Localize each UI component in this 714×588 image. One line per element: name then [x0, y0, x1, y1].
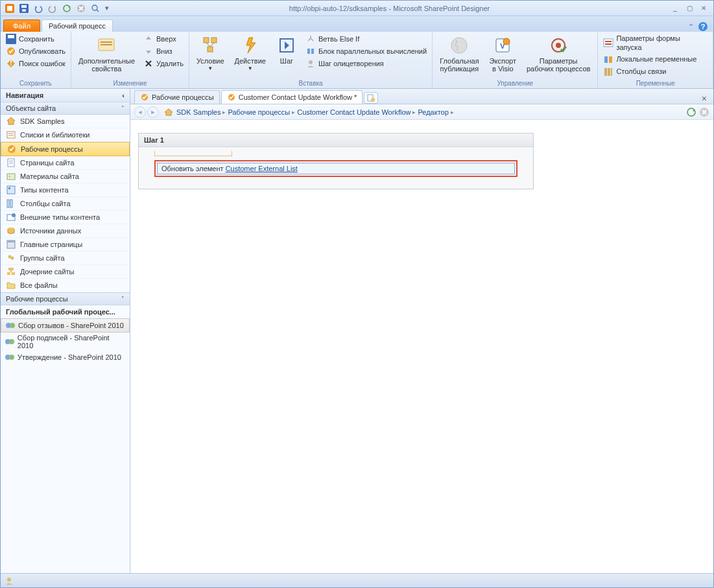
svg-rect-35	[605, 41, 612, 42]
nav-item-assets[interactable]: Материалы сайта	[1, 170, 130, 183]
nav-item-group[interactable]: Группы сайта	[1, 252, 130, 265]
assoc-columns-button[interactable]: Столбцы связи	[602, 66, 709, 78]
nav-item-page[interactable]: Страницы сайта	[1, 156, 130, 170]
ctype-icon	[6, 185, 16, 195]
nav-item-wf[interactable]: Рабочие процессы	[1, 142, 130, 156]
check-errors-button[interactable]: !Поиск ошибок	[5, 58, 67, 69]
new-tab-button[interactable]	[364, 92, 378, 104]
save-icon[interactable]	[18, 2, 30, 15]
nav-item-folder[interactable]: Все файлы	[1, 279, 130, 292]
close-tab-button[interactable]: ×	[699, 93, 709, 104]
parallel-block-button[interactable]: Блок параллельных вычислений	[304, 45, 428, 57]
step-title[interactable]: Шаг 1	[139, 134, 533, 147]
chevron-up-icon[interactable]: ˄	[121, 296, 125, 302]
nav-item-ds[interactable]: Источники данных	[1, 224, 130, 238]
nav-header[interactable]: Навигация‹	[1, 89, 130, 102]
file-tab[interactable]: Файл	[3, 19, 40, 32]
nav-item-label: Страницы сайта	[20, 159, 75, 167]
delete-button[interactable]: Удалить	[142, 58, 185, 69]
svg-line-23	[210, 43, 214, 47]
condition-button[interactable]: Условие▼	[193, 33, 228, 74]
undo-icon[interactable]	[32, 2, 45, 15]
nav-item-ctype[interactable]: Типы контента	[1, 183, 130, 197]
workflow-canvas[interactable]: Шаг 1 Обновить элемент Customer External…	[130, 120, 713, 573]
insert-marker[interactable]	[154, 151, 232, 156]
workflow-step[interactable]: Шаг 1 Обновить элемент Customer External…	[138, 133, 534, 189]
save-button[interactable]: Сохранить	[5, 33, 67, 45]
svg-rect-26	[311, 49, 314, 54]
new-doc-icon	[367, 94, 375, 102]
nav-item-label: Внешние типы контента	[20, 213, 100, 221]
refresh-icon[interactable]	[60, 2, 73, 15]
svg-point-33	[556, 43, 561, 48]
svg-point-69	[9, 339, 14, 344]
nav-item-label: Главные страницы	[20, 241, 82, 248]
app-icon[interactable]	[3, 2, 16, 15]
zoom-icon[interactable]	[89, 2, 102, 15]
form-params-button[interactable]: Параметры формы запуска	[602, 33, 709, 53]
ribbon-group-edit: Дополнительные свойства Вверх Вниз Удали…	[71, 32, 189, 88]
refresh-breadcrumb-icon[interactable]	[686, 107, 696, 117]
breadcrumb-item[interactable]: SDK Samples	[174, 108, 222, 116]
impersonation-step-button[interactable]: Шаг олицетворения	[304, 58, 428, 69]
svg-rect-47	[9, 161, 13, 161]
workflow-params-button[interactable]: Параметры рабочих процессов	[523, 33, 593, 75]
navigation-pane: Навигация‹ Объекты сайта˄ SDK SamplesСпи…	[1, 89, 130, 573]
stop-icon[interactable]	[75, 2, 88, 15]
workflow-list-item[interactable]: Утверждение - SharePoint 2010	[1, 351, 130, 364]
publish-button[interactable]: Опубликовать	[5, 45, 67, 57]
workflow-list-item[interactable]: Сбор подписей - SharePoint 2010	[1, 333, 130, 351]
step-icon	[276, 35, 297, 56]
home-icon[interactable]	[164, 108, 173, 117]
qat-more-icon[interactable]: ▾	[103, 2, 111, 15]
ribbon-group-save: Сохранить Опубликовать !Поиск ошибок Сох…	[1, 32, 71, 88]
svg-point-7	[92, 5, 97, 10]
action-link[interactable]: Customer External List	[226, 165, 298, 172]
doc-tab[interactable]: Рабочие процессы	[134, 90, 220, 104]
global-publish-button[interactable]: Глобальная публикация	[436, 33, 482, 75]
local-vars-button[interactable]: Локальные переменные	[602, 54, 709, 65]
chevron-up-icon[interactable]: ˄	[121, 105, 125, 112]
stop-breadcrumb-icon[interactable]	[699, 107, 709, 117]
action-button[interactable]: Действие▼	[232, 33, 269, 74]
nav-item-sub[interactable]: Дочерние сайты	[1, 265, 130, 279]
breadcrumb-item[interactable]: Редактор	[416, 108, 450, 116]
nav-item-home[interactable]: SDK Samples	[1, 115, 130, 128]
step-button[interactable]: Шаг	[273, 33, 300, 67]
workflow-list-item[interactable]: Сбор отзывов - SharePoint 2010	[1, 318, 130, 333]
workflows-section-header[interactable]: Рабочие процессы˄	[1, 292, 130, 305]
svg-rect-59	[7, 241, 15, 242]
forward-button[interactable]: ►	[147, 106, 159, 118]
export-visio-button[interactable]: VЭкспорт в Visio	[486, 33, 519, 75]
nav-item-col[interactable]: Столбцы сайта	[1, 197, 130, 211]
nav-item-list[interactable]: Списки и библиотеки	[1, 128, 130, 142]
collapse-icon[interactable]: ‹	[122, 91, 125, 99]
back-button[interactable]: ◄	[134, 106, 146, 118]
title-bar: ▾ http://obpi-auto-12/sdksamples - Micro…	[1, 1, 713, 16]
minimize-button[interactable]: ⎯	[669, 4, 681, 13]
nav-item-master[interactable]: Главные страницы	[1, 238, 130, 252]
move-down-button[interactable]: Вниз	[142, 45, 185, 57]
breadcrumb-item[interactable]: Рабочие процессы	[226, 108, 292, 116]
advanced-props-button[interactable]: Дополнительные свойства	[75, 33, 138, 75]
master-icon	[6, 239, 16, 250]
tab-workflow[interactable]: Рабочий процесс	[42, 19, 113, 32]
doc-tab[interactable]: Customer Contact Update Workflow *	[221, 90, 363, 104]
maximize-button[interactable]: ▢	[684, 4, 695, 13]
help-icon[interactable]: ?	[698, 21, 708, 32]
nav-item-ext[interactable]: Внешние типы контента	[1, 211, 130, 224]
site-objects-header[interactable]: Объекты сайта˄	[1, 102, 130, 115]
redo-icon[interactable]	[46, 2, 59, 15]
svg-point-50	[9, 176, 11, 178]
workflow-action[interactable]: Обновить элемент Customer External List	[154, 160, 518, 177]
elseif-button[interactable]: Ветвь Else If	[304, 33, 428, 45]
collapse-ribbon-icon[interactable]: ⌃	[688, 23, 694, 31]
vars-icon	[603, 54, 613, 65]
breadcrumb-item[interactable]: Customer Contact Update Workflow	[295, 108, 412, 116]
window-title: http://obpi-auto-12/sdksamples - Microso…	[113, 5, 665, 12]
visio-icon: V	[492, 35, 513, 56]
move-up-button[interactable]: Вверх	[142, 33, 185, 45]
svg-point-78	[7, 578, 11, 582]
ribbon-group-manage: Глобальная публикация VЭкспорт в Visio П…	[433, 32, 598, 88]
close-button[interactable]: ✕	[698, 4, 709, 13]
